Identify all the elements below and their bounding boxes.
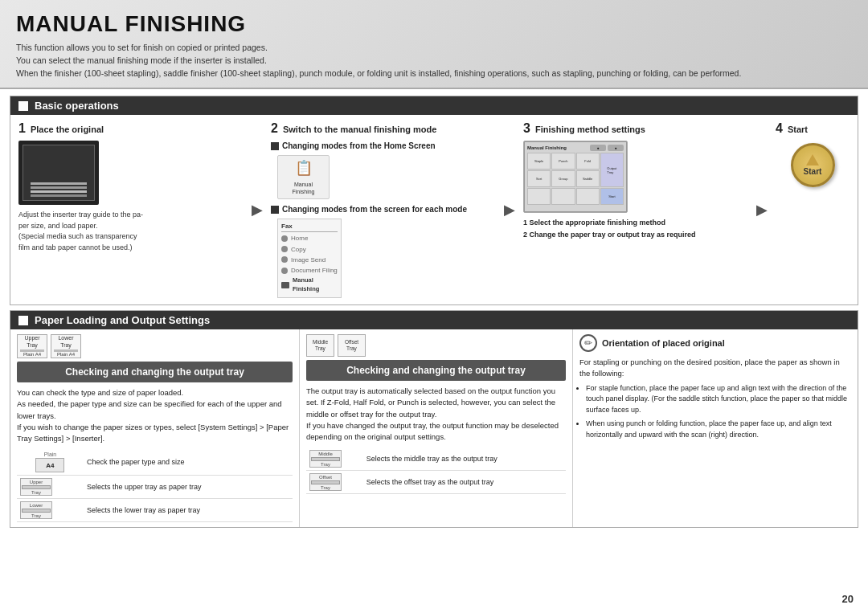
upper-tray-mini: Upper Tray Plain A4	[17, 334, 47, 358]
step-2-title: 2 Switch to the manual finishing mode	[271, 121, 496, 136]
paper-icon-label: Plain	[44, 452, 57, 457]
arrow-3-4: ▶	[755, 201, 769, 219]
left-checking-header-text: Checking and changing the output tray	[65, 366, 244, 378]
row-text-cell: Check the paper type and size	[84, 449, 293, 476]
middle-table: Middle Tray Selects the middle tray as t…	[306, 447, 566, 494]
start-triangle-icon	[806, 154, 819, 166]
step-2: 2 Switch to the manual finishing mode Ch…	[268, 121, 499, 298]
intro-line2: You can select the manual finishing mode…	[16, 55, 852, 67]
page-intro: This function allows you to set for fini…	[16, 42, 852, 80]
intro-line3: When the finisher (100-sheet stapling), …	[16, 67, 852, 80]
tray-paper	[22, 509, 51, 513]
step-2-content: Changing modes from the Home Screen 📋 Ma…	[271, 141, 496, 298]
middle-desc: The output tray is automatically selecte…	[306, 386, 566, 443]
paper-a4-icon: A4	[35, 458, 64, 472]
lower-tray-label: Lower Tray Plain A4	[51, 334, 81, 358]
tray-paper	[311, 480, 340, 484]
mid-tray-label-2: Offset Tray	[338, 334, 366, 357]
step-2-sub1: Changing modes from the Home Screen	[282, 141, 436, 152]
start-label: Start	[804, 167, 822, 176]
step-1-notes: Adjust the inserter tray guide to the pa…	[18, 210, 244, 253]
arrow-1-2: ▶	[250, 201, 264, 219]
middle-tray-icon: Middle Tray	[309, 450, 342, 468]
row-icon-cell: Middle Tray	[306, 447, 363, 471]
tray-mini-icons: Upper Tray Plain A4 Lower Tray Plain A4	[17, 334, 293, 358]
step-4-title: 4 Start	[776, 121, 850, 136]
page-header: MANUAL FINISHING This function allows yo…	[0, 0, 868, 89]
orientation-intro: For stapling or punching on the desired …	[579, 357, 851, 380]
list-dot	[281, 268, 288, 274]
table-row: Plain A4 Check the paper type and size	[17, 449, 293, 476]
screen-list-item-2: Copy	[281, 245, 338, 254]
screen-list-item-1: Home	[281, 234, 338, 243]
screen-list-title: Fax	[281, 222, 338, 232]
step-4-num: 4	[776, 121, 783, 135]
row-icon-cell: Upper Tray	[17, 476, 84, 499]
step-1-num: 1	[18, 121, 26, 135]
tray-paper	[22, 485, 51, 489]
paper-loading-section: Paper Loading and Output Settings Upper …	[10, 310, 858, 528]
basic-operations-section: Basic operations 1 Place the original	[10, 96, 858, 305]
list-dot	[281, 246, 288, 252]
step-3: 3 Finishing method settings Manual Finis…	[520, 121, 751, 239]
table-row: Lower Tray Selects the lower tray as pap…	[17, 499, 293, 522]
list-bar	[281, 282, 289, 288]
arrow-2-3: ▶	[502, 201, 517, 219]
pl-left-panel: Upper Tray Plain A4 Lower Tray Plain A4	[10, 329, 300, 527]
basic-operations-header: Basic operations	[10, 96, 858, 115]
start-button-wrap: Start	[776, 141, 850, 189]
step-3-title: 3 Finishing method settings	[523, 121, 748, 136]
step-1-image	[18, 141, 99, 205]
step-4: 4 Start Start	[772, 121, 853, 189]
pl-right-panel: ✏ Orientation of placed original For sta…	[573, 329, 858, 527]
orientation-bullet-1: For staple function, place the paper fac…	[586, 383, 851, 416]
step-1-label: Place the original	[31, 125, 104, 134]
left-checking-header: Checking and changing the output tray	[17, 362, 293, 382]
step-2-label: Switch to the manual finishing mode	[283, 125, 436, 134]
mid-tray-mini-icons: Middle Tray Offset Tray	[306, 334, 566, 357]
mode-icon-box: 📋 ManualFinishing	[277, 155, 330, 199]
step-3-desc2: 2 Change the paper tray or output tray a…	[523, 230, 748, 240]
row-text-cell: Selects the middle tray as the output tr…	[363, 447, 566, 471]
start-button[interactable]: Start	[791, 143, 835, 187]
paper-loading-content: Upper Tray Plain A4 Lower Tray Plain A4	[10, 329, 858, 527]
row-text-cell: Selects the offset tray as the output tr…	[363, 471, 566, 494]
page-title: MANUAL FINISHING	[16, 11, 852, 37]
paper-loading-title: Paper Loading and Output Settings	[35, 314, 210, 326]
screen-list-item-4: Document Filing	[281, 266, 338, 275]
table-row: Upper Tray Selects the upper tray as pap…	[17, 476, 293, 499]
step-3-desc1: 1 Select the appropriate finishing metho…	[523, 218, 748, 228]
page-number: 20	[842, 593, 854, 605]
intro-line1: This function allows you to set for fini…	[16, 42, 852, 55]
manual-finishing-icon: 📋	[295, 158, 313, 178]
orientation-pencil-icon: ✏	[579, 334, 597, 352]
step-3-desc: 1 Select the appropriate finishing metho…	[523, 218, 748, 239]
mid-tray-label-1: Middle Tray	[306, 334, 334, 357]
upper-tray-icon: Upper Tray	[20, 478, 52, 496]
step-4-label: Start	[788, 125, 808, 134]
list-dot	[281, 235, 288, 242]
lower-tray-icon: Lower Tray	[20, 501, 52, 519]
screen-list-item-5: Manual Finishing	[281, 276, 338, 293]
table-row: Middle Tray Selects the middle tray as t…	[306, 447, 566, 471]
basic-operations-title: Basic operations	[35, 100, 119, 112]
screen-list-item-3: Image Send	[281, 255, 338, 264]
step-3-num: 3	[523, 121, 530, 135]
row-icon-cell: Plain A4	[17, 449, 84, 476]
pl-middle-panel: Middle Tray Offset Tray Checking and cha…	[300, 329, 573, 527]
orientation-bullets: For staple function, place the paper fac…	[579, 383, 851, 441]
step-2-num: 2	[271, 121, 278, 135]
left-desc: You can check the type and size of paper…	[17, 387, 293, 444]
screen-list-box: Fax Home Copy Image Send	[277, 219, 342, 298]
orientation-header: ✏ Orientation of placed original	[579, 334, 851, 352]
row-text-cell: Selects the upper tray as paper tray	[84, 476, 293, 499]
list-dot	[281, 256, 288, 263]
orientation-title: Orientation of placed original	[602, 338, 725, 348]
step-3-screen: Manual Finishing ● ● Staple Punch Fold O…	[523, 141, 628, 213]
row-text-cell: Selects the lower tray as paper tray	[84, 499, 293, 522]
basic-operations-steps: 1 Place the original Adjust the inserter…	[10, 115, 858, 304]
step-3-label: Finishing method settings	[535, 125, 645, 134]
step-1-title: 1 Place the original	[18, 121, 244, 136]
step-1: 1 Place the original Adjust the inserter…	[15, 121, 247, 253]
middle-checking-header-text: Checking and changing the output tray	[346, 365, 526, 376]
